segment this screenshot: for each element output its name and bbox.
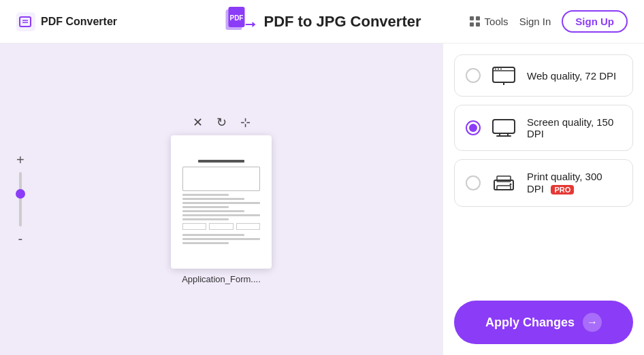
svg-rect-15 [493,120,515,133]
zoom-out-button[interactable]: - [18,232,23,246]
spacer [454,215,633,292]
logo-label: PDF Converter [41,16,117,28]
doc-header-box [182,167,260,191]
zoom-thumb [16,189,25,199]
doc-lines [182,194,260,220]
header: PDF Converter PDF PDF to JPG Converter T… [0,0,644,44]
doc-line [182,202,260,204]
svg-text:PDF: PDF [229,14,243,22]
doc-line [182,194,229,196]
signin-button[interactable]: Sign In [519,16,551,27]
print-quality-text: Print quality, 300 DPI PRO [527,171,622,195]
doc-line [182,198,244,200]
apply-changes-button[interactable]: Apply Changes → [454,301,633,344]
doc-cell [236,223,260,230]
doc-line [182,242,229,244]
svg-point-10 [495,69,496,70]
doc-line [182,234,244,236]
web-quality-label: Web quality, 72 DPI [527,70,616,82]
screen-quality-icon [492,118,516,137]
quality-option-screen[interactable]: Screen quality, 150 DPI [454,105,633,151]
tools-label: Tools [485,16,509,27]
print-quality-icon [492,173,516,192]
zoom-in-button[interactable]: + [16,153,25,167]
tools-menu[interactable]: Tools [470,16,509,27]
zoom-slider[interactable] [19,172,22,226]
doc-line [182,210,244,212]
quality-option-print[interactable]: Print quality, 300 DPI PRO [454,159,633,207]
svg-point-11 [498,69,499,70]
pro-badge: PRO [551,185,574,195]
apply-arrow-icon: → [583,313,602,332]
svg-rect-8 [493,67,515,82]
preview-panel: + - ✕ ↻ ⊹ [0,44,442,355]
quality-option-web[interactable]: Web quality, 72 DPI [454,54,633,97]
doc-toolbar: ✕ ↻ ⊹ [193,115,251,130]
document-filename: Application_Form.... [182,274,261,284]
doc-lines-2 [182,234,260,244]
doc-cell [209,223,233,230]
doc-cell [182,223,206,230]
refresh-icon[interactable]: ↻ [216,115,227,130]
radio-screen[interactable] [466,120,481,135]
close-icon[interactable]: ✕ [193,115,203,130]
doc-line [182,238,260,240]
grid-icon [470,16,481,27]
radio-inner-screen [469,124,477,132]
signup-button[interactable]: Sign Up [562,10,628,33]
settings-panel: Web quality, 72 DPI Screen quality, 150 … [442,44,644,355]
converter-icon: PDF [223,5,255,38]
doc-row [182,223,260,230]
svg-point-12 [500,69,502,70]
screen-quality-label: Screen quality, 150 DPI [527,116,622,139]
logo-icon [16,12,35,31]
doc-line [182,218,229,220]
radio-web[interactable] [466,68,481,83]
doc-line [182,214,260,216]
apply-changes-label: Apply Changes [485,316,575,330]
svg-marker-7 [252,22,255,27]
radio-print[interactable] [466,175,481,190]
main-content: + - ✕ ↻ ⊹ [0,44,644,355]
web-quality-icon [492,66,516,85]
doc-line [182,206,229,208]
document-preview [171,135,272,269]
header-nav: Tools Sign In Sign Up [470,10,628,33]
logo[interactable]: PDF Converter [16,12,117,31]
header-title: PDF to JPG Converter [263,13,421,31]
document-container: ✕ ↻ ⊹ [171,115,272,284]
doc-preview-inner [177,154,265,250]
header-center: PDF PDF to JPG Converter [223,5,421,38]
doc-title-line [198,160,244,163]
move-icon[interactable]: ⊹ [240,115,251,130]
zoom-controls: + - [16,153,25,246]
svg-point-22 [510,184,512,186]
